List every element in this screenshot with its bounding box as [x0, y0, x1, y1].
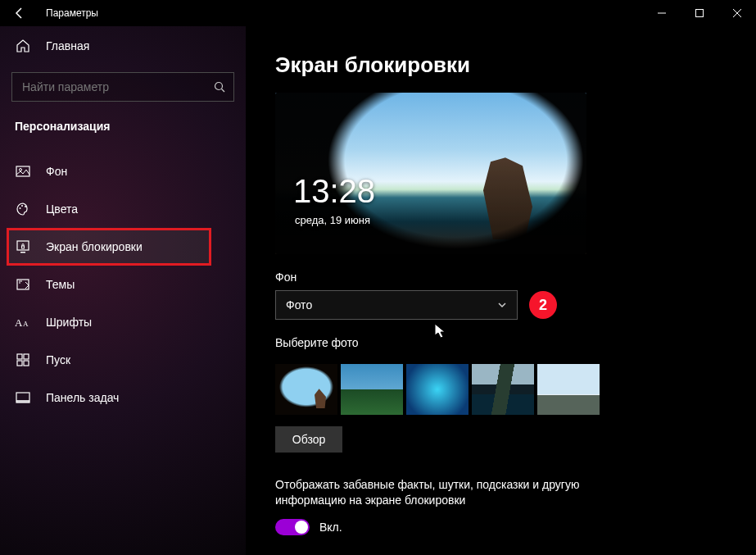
toggle-state-label: Вкл.	[319, 521, 342, 534]
nav-list: Фон Цвета Экран блокировки	[0, 152, 246, 416]
photo-thumbnails	[275, 364, 736, 415]
nav-label: Панель задач	[46, 391, 119, 404]
page-heading: Экран блокировки	[275, 52, 736, 78]
svg-line-3	[222, 89, 225, 93]
nav-label: Цвета	[46, 202, 78, 216]
settings-window: Параметры Главная	[0, 0, 756, 555]
nav-label: Пуск	[46, 353, 70, 366]
preview-date: среда, 19 июня	[295, 214, 370, 226]
titlebar: Параметры	[0, 0, 756, 26]
svg-text:A: A	[15, 316, 23, 329]
lockscreen-icon	[15, 239, 31, 255]
svg-rect-11	[22, 246, 25, 248]
nav-item-start[interactable]: Пуск	[0, 341, 246, 379]
svg-rect-1	[696, 10, 704, 17]
palette-icon	[15, 201, 31, 217]
photo-thumbnail[interactable]	[406, 364, 469, 415]
maximize-button[interactable]	[681, 0, 718, 26]
svg-rect-18	[24, 361, 29, 366]
chevron-down-icon	[497, 300, 507, 310]
nav-item-themes[interactable]: Темы	[0, 266, 246, 303]
svg-rect-10	[20, 252, 25, 253]
search-box[interactable]	[11, 72, 234, 102]
svg-rect-16	[24, 354, 29, 359]
svg-point-8	[25, 206, 26, 207]
back-button[interactable]	[0, 0, 39, 26]
nav-item-lockscreen[interactable]: Экран блокировки	[7, 228, 211, 266]
fonts-icon: AA	[15, 314, 31, 330]
svg-rect-17	[17, 361, 22, 366]
facts-toggle[interactable]	[275, 519, 310, 535]
preview-time: 13:28	[293, 173, 375, 210]
taskbar-icon	[15, 389, 31, 406]
home-nav-item[interactable]: Главная	[0, 30, 246, 62]
minimize-button[interactable]	[643, 0, 681, 26]
start-icon	[15, 352, 31, 368]
nav-item-taskbar[interactable]: Панель задач	[0, 379, 246, 416]
svg-point-2	[215, 83, 223, 90]
svg-point-5	[20, 169, 22, 171]
facts-toggle-description: Отображать забавные факты, шутки, подска…	[275, 477, 636, 509]
home-label: Главная	[46, 39, 89, 52]
svg-text:A: A	[23, 320, 29, 328]
dropdown-value: Фото	[286, 298, 312, 312]
search-icon	[214, 81, 225, 93]
photo-thumbnail[interactable]	[341, 364, 403, 415]
home-icon	[15, 38, 31, 54]
background-label: Фон	[275, 271, 736, 284]
choose-photo-label: Выберите фото	[275, 336, 736, 349]
svg-rect-15	[17, 354, 22, 359]
nav-item-background[interactable]: Фон	[0, 152, 246, 190]
nav-item-colors[interactable]: Цвета	[0, 190, 246, 228]
photo-thumbnail[interactable]	[537, 364, 600, 415]
svg-rect-20	[16, 400, 29, 403]
photo-thumbnail[interactable]	[275, 364, 337, 415]
nav-item-fonts[interactable]: AA Шрифты	[0, 303, 246, 341]
photo-thumbnail[interactable]	[472, 364, 534, 415]
section-title: Персонализация	[0, 102, 246, 139]
close-button[interactable]	[718, 0, 756, 26]
picture-icon	[15, 163, 31, 180]
search-input[interactable]	[20, 80, 214, 94]
nav-label: Темы	[46, 278, 75, 291]
sidebar: Главная Персонализация Фон	[0, 26, 246, 555]
background-dropdown[interactable]: Фото	[275, 290, 518, 320]
nav-label: Шрифты	[46, 316, 92, 329]
window-title: Параметры	[46, 7, 98, 19]
nav-label: Фон	[46, 165, 67, 178]
annotation-badge: 2	[529, 291, 557, 319]
themes-icon	[15, 276, 31, 293]
svg-point-7	[21, 205, 23, 207]
window-controls	[643, 0, 756, 26]
svg-point-6	[20, 207, 21, 209]
content-pane: Экран блокировки 13:28 среда, 19 июня Фо…	[246, 26, 756, 555]
browse-button[interactable]: Обзор	[275, 426, 342, 453]
lockscreen-preview: 13:28 среда, 19 июня	[275, 93, 586, 254]
nav-label: Экран блокировки	[46, 240, 143, 253]
